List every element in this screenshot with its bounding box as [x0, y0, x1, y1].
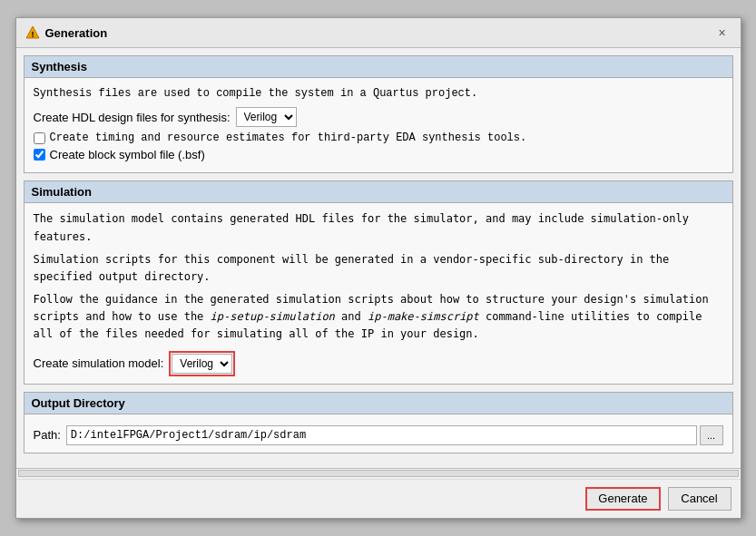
close-button[interactable]: ×	[713, 24, 731, 42]
bsf-row: Create block symbol file (.bsf)	[34, 148, 723, 161]
sim-model-row: Create simulation model: Verilog VHDL No…	[34, 351, 723, 376]
cancel-button[interactable]: Cancel	[668, 487, 731, 511]
sim-desc3: Follow the guidance in the generated sim…	[34, 291, 723, 344]
dialog-icon: !	[25, 25, 40, 40]
output-header: Output Directory	[25, 393, 732, 414]
generate-button[interactable]: Generate	[585, 487, 660, 511]
simulation-section: Simulation The simulation model contains…	[24, 180, 733, 384]
title-bar-left: ! Generation	[25, 25, 108, 40]
path-label: Path:	[34, 428, 61, 442]
svg-text:!: !	[31, 30, 34, 39]
simulation-header: Simulation	[25, 181, 732, 203]
timing-checkbox[interactable]	[34, 132, 45, 144]
hdl-label: Create HDL design files for synthesis:	[34, 111, 231, 124]
sim-desc1: The simulation model contains generated …	[34, 210, 723, 343]
generation-dialog: ! Generation × Synthesis Synthesis files…	[15, 17, 741, 518]
path-row: Path: ...	[34, 425, 723, 445]
timing-label: Create timing and resource estimates for…	[50, 132, 527, 144]
title-bar: ! Generation ×	[16, 18, 741, 48]
hdl-select[interactable]: Verilog VHDL	[236, 107, 297, 127]
hdl-row: Create HDL design files for synthesis: V…	[34, 107, 723, 127]
timing-row: Create timing and resource estimates for…	[34, 132, 723, 144]
bsf-checkbox[interactable]	[34, 149, 45, 161]
synthesis-content: Synthesis files are used to compile the …	[25, 78, 732, 172]
button-row: Generate Cancel	[16, 479, 741, 518]
synthesis-section: Synthesis Synthesis files are used to co…	[24, 55, 733, 173]
output-content: Path: ...	[25, 414, 732, 453]
horizontal-scrollbar[interactable]	[16, 468, 741, 479]
bsf-label: Create block symbol file (.bsf)	[50, 148, 205, 161]
output-section: Output Directory Path: ...	[24, 392, 733, 453]
synthesis-header: Synthesis	[25, 56, 732, 78]
dialog-body: Synthesis Synthesis files are used to co…	[16, 48, 741, 467]
scrollbar-track	[18, 470, 739, 477]
sim-create-label: Create simulation model:	[34, 356, 164, 370]
simulation-content: The simulation model contains generated …	[25, 203, 732, 383]
sim-select-box: Verilog VHDL None	[169, 351, 235, 376]
synthesis-desc: Synthesis files are used to compile the …	[34, 85, 723, 102]
sim-select[interactable]: Verilog VHDL None	[172, 354, 232, 374]
dialog-title: Generation	[45, 26, 108, 40]
browse-button[interactable]: ...	[700, 425, 723, 445]
path-input[interactable]	[66, 425, 697, 445]
